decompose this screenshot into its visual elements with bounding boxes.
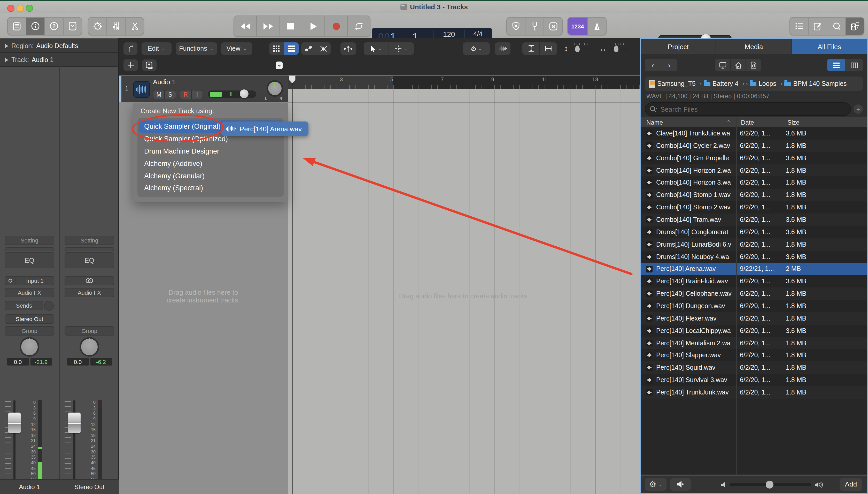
- horizontal-auto-zoom-icon[interactable]: [540, 42, 557, 55]
- add-button[interactable]: Add: [840, 478, 862, 490]
- home-icon[interactable]: [731, 59, 746, 71]
- group-slot-button[interactable]: Group: [5, 326, 54, 336]
- track-solo-button[interactable]: S: [165, 91, 176, 99]
- flex-icon[interactable]: [316, 42, 331, 55]
- vertical-zoom-slider[interactable]: ↕: [560, 42, 595, 55]
- forward-button[interactable]: [257, 16, 279, 36]
- gear-menu[interactable]: ⚙⌄: [463, 42, 490, 55]
- fader-cap[interactable]: [8, 413, 21, 433]
- pointer-tool-menu[interactable]: ⌄: [364, 42, 389, 55]
- library-button[interactable]: [8, 18, 26, 35]
- grid-view-icon[interactable]: [269, 42, 284, 55]
- track-name[interactable]: Audio 1: [153, 78, 176, 86]
- gain-plugin-slot[interactable]: [64, 247, 114, 251]
- file-row[interactable]: Drums[140] Conglomerat 6/2/20, 1... 3.6 …: [641, 226, 867, 238]
- group-slot-button[interactable]: Group: [64, 326, 114, 336]
- audio-file-icon[interactable]: [746, 59, 761, 71]
- file-row[interactable]: Combo[140] Stomp 2.wav 6/2/20, 1... 1.8 …: [641, 201, 867, 213]
- duplicate-track-button[interactable]: [142, 59, 157, 71]
- browser-tab[interactable]: Media: [716, 39, 792, 54]
- horizontal-zoom-thumb[interactable]: [614, 45, 618, 52]
- column-header-name[interactable]: Name: [646, 119, 663, 126]
- list-view-icon[interactable]: [284, 42, 299, 55]
- play-button[interactable]: [302, 16, 325, 36]
- menu-item[interactable]: Alchemy (Spectral): [139, 182, 282, 194]
- browser-action-menu[interactable]: ⚙⌄: [645, 478, 667, 490]
- search-input[interactable]: [659, 105, 846, 113]
- crosshair-tool-menu[interactable]: ⌄: [389, 42, 414, 55]
- column-divider[interactable]: [736, 117, 737, 474]
- menu-view[interactable]: View⌄: [221, 42, 252, 55]
- file-row[interactable]: Perc[140] Flexer.wav 6/2/20, 1... 1.8 MB: [641, 312, 867, 325]
- file-row[interactable]: Perc[140] Dungeon.wav 6/2/20, 1... 1.8 M…: [641, 300, 867, 312]
- scissors-button[interactable]: [125, 18, 144, 35]
- metronome-button[interactable]: [588, 18, 606, 35]
- list-view-icon[interactable]: [827, 59, 845, 71]
- back-button[interactable]: ‹: [645, 59, 661, 71]
- breadcrumb-segment[interactable]: BPM 140 Samples: [784, 80, 853, 88]
- file-row[interactable]: Combo[140] Gm Propelle 6/2/20, 1... 3.6 …: [641, 152, 867, 164]
- volume-fader[interactable]: 03691215182124303540455060: [64, 400, 114, 482]
- track-monitor-button[interactable]: I: [192, 91, 202, 99]
- sort-ascending-icon[interactable]: ⌃: [726, 119, 731, 125]
- fader-cap[interactable]: [68, 413, 81, 433]
- sends-slot-button[interactable]: Sends: [5, 301, 43, 310]
- preview-volume-slider[interactable]: [730, 483, 811, 486]
- rewind-button[interactable]: [234, 16, 257, 36]
- pan-knob[interactable]: [80, 337, 99, 357]
- track-volume-slider[interactable]: [208, 91, 256, 98]
- vertical-zoom-thumb[interactable]: [575, 45, 580, 52]
- file-row[interactable]: Clave[140] TrunkJuice.wa 6/2/20, 1... 3.…: [641, 127, 867, 139]
- channel-setting-button[interactable]: Setting: [64, 236, 114, 245]
- file-row[interactable]: Perc[140] BrainFluid.wav 6/2/20, 1... 3.…: [641, 275, 867, 288]
- audio-fx-slot-button[interactable]: Audio FX: [64, 288, 114, 297]
- eq-display-button[interactable]: EQ: [64, 252, 114, 268]
- count-in-button[interactable]: 1234: [568, 18, 588, 35]
- column-divider[interactable]: [783, 117, 783, 474]
- snap-mode-icon[interactable]: [340, 42, 356, 55]
- file-row[interactable]: Drums[140] LunarBodi 6.v 6/2/20, 1... 1.…: [641, 238, 867, 250]
- eq-display-button[interactable]: EQ: [5, 252, 54, 268]
- track-header-audio1[interactable]: 1 Audio 1 M S R I L R: [119, 75, 288, 102]
- computer-icon[interactable]: [715, 59, 731, 71]
- toolbar-toggle-button[interactable]: [63, 18, 82, 35]
- column-header-size[interactable]: Size: [787, 119, 800, 126]
- breadcrumb-segment[interactable]: Samsung_T5 ›: [649, 80, 704, 88]
- menu-functions[interactable]: Functions⌄: [176, 42, 217, 55]
- file-row[interactable]: Perc[140] Survival 3.wav 6/2/20, 1... 1.…: [641, 374, 867, 386]
- column-header-date[interactable]: Date: [741, 119, 754, 126]
- menu-item[interactable]: Drum Machine Designer: [139, 145, 282, 157]
- track-mute-button[interactable]: M: [154, 91, 165, 99]
- file-row[interactable]: Perc[140] Arena.wav 9/22/21, 1... 2 MB: [641, 263, 867, 275]
- bar-ruler[interactable]: 135791113: [288, 75, 639, 89]
- tuner-button[interactable]: [526, 18, 544, 35]
- file-row[interactable]: Combo[140] Horizon 3.wa 6/2/20, 1... 1.8…: [641, 176, 867, 189]
- preview-volume-thumb[interactable]: [766, 480, 773, 488]
- add-search-filter-button[interactable]: +: [853, 104, 863, 114]
- file-row[interactable]: Perc[140] Squid.wav 6/2/20, 1... 1.8 MB: [641, 362, 867, 374]
- breadcrumb-segment[interactable]: Loops ›: [750, 80, 784, 88]
- horizontal-zoom-slider[interactable]: ↔: [595, 42, 633, 55]
- browser-tab[interactable]: All Files: [792, 39, 867, 54]
- file-row[interactable]: Perc[140] Slapper.wav 6/2/20, 1... 1.8 M…: [641, 349, 867, 362]
- breadcrumb-segment[interactable]: Battery 4 ‹ ›: [704, 80, 750, 88]
- record-button[interactable]: [325, 16, 348, 36]
- file-row[interactable]: Combo[140] Tram.wav 6/2/20, 1... 3.6 MB: [641, 213, 867, 226]
- send-knob[interactable]: [44, 301, 54, 311]
- audition-button[interactable]: [670, 478, 691, 490]
- audio-fx-slot-button[interactable]: Audio FX: [5, 288, 54, 297]
- volume-fader[interactable]: 03691215182124303540455060: [5, 400, 54, 482]
- forward-button[interactable]: ›: [661, 59, 677, 71]
- note-pads-button[interactable]: [809, 18, 827, 35]
- column-view-icon[interactable]: [845, 59, 863, 71]
- pan-knob[interactable]: [20, 337, 39, 357]
- file-row[interactable]: Perc[140] TrunkJunk.wav 6/2/20, 1... 1.8…: [641, 386, 867, 399]
- file-row[interactable]: Combo[140] Cycler 2.wav 6/2/20, 1... 1.8…: [641, 139, 867, 152]
- file-row[interactable]: Perc[140] LocalChippy.wa 6/2/20, 1... 3.…: [641, 325, 867, 337]
- automation-icon[interactable]: [301, 42, 316, 55]
- track-header-config-button[interactable]: [272, 59, 286, 71]
- mixer-button[interactable]: [107, 18, 125, 35]
- file-row[interactable]: Perc[140] Cellophane.wav 6/2/20, 1... 1.…: [641, 287, 867, 300]
- file-row[interactable]: Perc[140] Mentalism 2.wa 6/2/20, 1... 1.…: [641, 337, 867, 349]
- smart-controls-button[interactable]: [88, 18, 107, 35]
